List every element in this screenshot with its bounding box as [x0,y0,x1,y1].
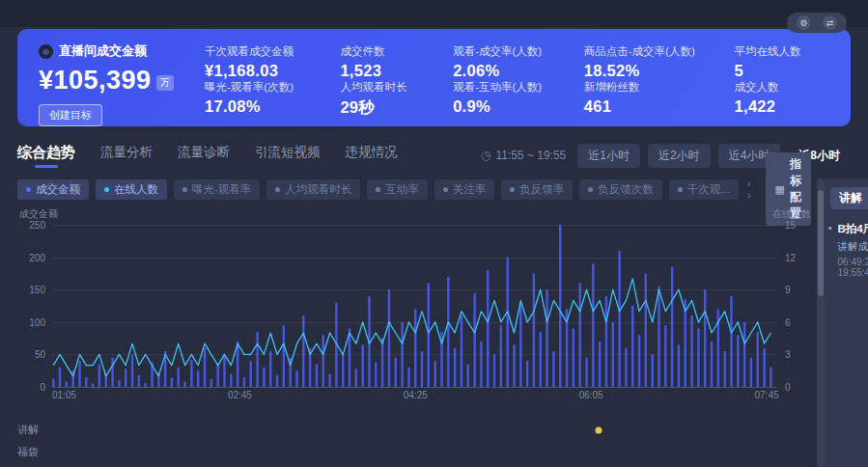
pill-avg-watch-time[interactable]: 人均观看时长 [266,179,360,200]
track-lane [52,441,811,463]
series-dot [376,187,380,192]
page-scrollbar[interactable] [817,179,825,467]
tab-traffic-analysis[interactable]: 流量分析 [100,144,153,167]
pill-follow-rate[interactable]: 关注率 [434,179,495,200]
pill-interaction-rate[interactable]: 互动率 [367,179,428,200]
unit-badge: 万 [156,75,175,91]
side-tab-explain[interactable]: 讲解 [830,187,868,209]
nav-tabs: 综合趋势 流量分析 流量诊断 引流短视频 违规情况 [17,144,398,168]
track-explain: 讲解 [17,419,811,441]
tab-traffic-diagnosis[interactable]: 流量诊断 [178,144,230,167]
metric-cell: 千次观看成交金额¥1,168.03 [205,44,332,80]
plot-area[interactable]: 25015200121509100650300 [52,225,776,387]
explain-list-item[interactable]: • B拍4斤送1斤共35-4... 讲解成交 ¥3.62万 06:49:27 ~… [828,222,868,278]
series-dot [678,187,683,192]
metric-grid: 千次观看成交金额¥1,168.03 成交件数1,523 观看-成交率(人数)2.… [205,42,831,115]
metric-cell: 商品点击-成交率(人数)18.52% [584,44,727,80]
gridline [52,225,776,226]
primary-metric-value: ¥105,399 [39,66,152,96]
x-axis-tick: 07:45 [755,390,779,400]
gridline [52,258,776,259]
metric-pills-row: 成交金额 在线人数 曝光-观看率 人均观看时长 互动率 关注率 负反馈率 负反馈… [17,179,811,200]
product-title: B拍4斤送1斤共35-4... [838,222,868,236]
left-axis-tick: 150 [29,285,52,295]
primary-metric: ◎ 直播间成交金额 ¥105,399 万 创建目标 [39,42,205,115]
x-axis-labels: 01:0502:4504:2506:0507:45 [52,390,776,403]
x-axis-tick: 04:25 [404,390,428,400]
track-lane [52,419,811,441]
left-axis-tick: 50 [35,349,52,360]
series-dot [104,187,109,192]
gridline [52,387,776,388]
gridline [52,322,776,323]
pill-online-users[interactable]: 在线人数 [96,179,167,200]
explain-gmv: 讲解成交 ¥3.62万 [838,240,868,254]
metric-cell: 观看-成交率(人数)2.06% [453,44,576,80]
target-icon: ◎ [39,44,53,59]
metric-cell: 成交件数1,523 [340,44,445,80]
tab-violations[interactable]: 违规情况 [346,144,398,167]
clock-icon: ◷ [481,149,490,162]
gridline [52,354,776,355]
right-axis-tick: 6 [776,316,791,327]
time-btn-2h[interactable]: 近2小时 [648,144,711,168]
side-panel-tabs: 讲解 福袋 场记 [828,187,868,209]
series-dot [588,187,593,192]
side-panel: 讲解 福袋 场记 • B拍4斤送1斤共35-4... 讲解成交 ¥3.62万 0… [821,179,868,467]
time-range-text: 11:55 ~ 19:55 [495,149,566,162]
tab-overall-trend[interactable]: 综合趋势 [17,144,75,168]
right-axis-tick: 9 [776,285,791,295]
tab-bar: 综合趋势 流量分析 流量诊断 引流短视频 违规情况 ◷ 11:55 ~ 19:5… [17,140,851,171]
left-axis-tick: 0 [40,382,52,393]
primary-metric-label: 直播间成交金额 [59,42,147,60]
pill-exposure-view-rate[interactable]: 曝光-观看率 [174,179,260,200]
trend-panel: 成交金额 在线人数 曝光-观看率 人均观看时长 互动率 关注率 负反馈率 负反馈… [17,179,811,467]
grid-icon: ▦ [775,183,785,196]
left-axis-tick: 100 [29,316,52,327]
metric-cell: 成交人数1,422 [735,80,831,119]
metric-cell: 平均在线人数5 [735,44,831,80]
time-btn-1h[interactable]: 近1小时 [577,144,640,168]
explain-time-range: 06:49:27 ~ 19:55:48 [838,257,868,278]
header-toolbar: ⚙ ⇄ [787,13,847,33]
series-dot [275,187,280,192]
metrics-header-card: ◎ 直播间成交金额 ¥105,399 万 创建目标 千次观看成交金额¥1,168… [17,29,851,126]
x-axis-tick: 01:05 [52,390,76,400]
pill-negative-feedback-rate[interactable]: 负反馈率 [501,179,573,200]
gear-icon[interactable]: ⚙ [797,15,811,30]
series-dot [182,187,187,192]
x-axis-tick: 06:05 [579,390,603,400]
scrollbar-thumb[interactable] [818,190,824,296]
create-goal-button[interactable]: 创建目标 [39,104,102,126]
series-dot [443,187,448,192]
time-range: ◷ 11:55 ~ 19:55 [481,149,566,162]
metric-cell: 新增粉丝数461 [584,80,727,119]
series-dot [26,187,31,192]
right-axis-tick: 12 [776,252,796,262]
left-axis-tick: 250 [29,220,52,231]
series-dot [510,187,515,192]
x-axis-tick: 02:45 [228,390,252,400]
tab-short-video[interactable]: 引流短视频 [255,144,321,167]
pill-pagination-arrows[interactable]: ‹ › [747,178,757,201]
explain-marker[interactable] [595,426,602,433]
track-lucky-bag: 福袋 [17,441,811,463]
main-area: 成交金额 在线人数 曝光-观看率 人均观看时长 互动率 关注率 负反馈率 负反馈… [17,179,851,467]
swap-icon[interactable]: ⇄ [823,15,837,30]
gridline [52,289,776,290]
left-axis-tick: 200 [29,252,52,262]
metric-cell: 观看-互动率(人数)0.9% [453,80,576,119]
metric-cell: 曝光-观看率(次数)17.08% [205,80,332,119]
right-axis-tick: 15 [776,220,796,231]
dashboard-page: ⚙ ⇄ ◎ 直播间成交金额 ¥105,399 万 创建目标 千次观看成交金额¥1… [0,0,868,467]
item-bullet: • [828,222,832,278]
chart-canvas [52,225,776,387]
right-axis-tick: 3 [776,349,791,360]
metric-cell: 人均观看时长29秒 [340,80,445,119]
pill-gmv[interactable]: 成交金额 [17,179,89,200]
annotation-tracks: 讲解 福袋 [17,419,811,463]
pill-per-thousand[interactable]: 千次观... [669,179,739,200]
pill-negative-feedback-count[interactable]: 负反馈次数 [579,179,662,200]
trend-chart: 成交金额 在线人数 25015200121509100650300 01:050… [17,207,811,403]
